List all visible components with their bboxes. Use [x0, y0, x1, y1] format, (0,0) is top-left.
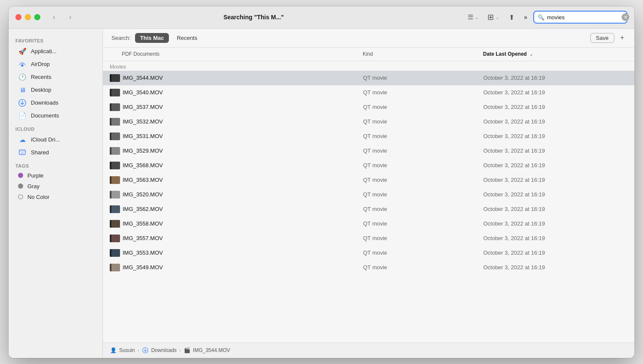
- file-thumbnail: [110, 176, 120, 184]
- svg-rect-17: [110, 176, 111, 184]
- file-date: October 3, 2022 at 16:19: [483, 250, 628, 256]
- table-row[interactable]: IMG_3568.MOVQT movieOctober 3, 2022 at 1…: [103, 158, 634, 173]
- recents-scope-button[interactable]: Recents: [173, 33, 201, 43]
- sidebar-item-label: Desktop: [31, 87, 51, 93]
- file-thumbnail: [110, 118, 120, 126]
- grid-view-button[interactable]: ⊞ ⌄: [485, 11, 502, 24]
- file-date: October 3, 2022 at 16:19: [483, 118, 628, 125]
- file-date: October 3, 2022 at 16:19: [483, 264, 628, 271]
- table-row[interactable]: IMG_3531.MOVQT movieOctober 3, 2022 at 1…: [103, 129, 634, 144]
- table-row[interactable]: IMG_3549.MOVQT movieOctober 3, 2022 at 1…: [103, 260, 634, 275]
- sidebar-item-label: iCloud Dri...: [31, 136, 60, 143]
- date-sort-chevron-icon: ⌄: [529, 52, 533, 57]
- file-thumbnail: [110, 264, 120, 271]
- window-title: Searching "This M...": [46, 14, 461, 21]
- name-column-header[interactable]: PDF Documents: [110, 51, 363, 57]
- file-thumbnail: [110, 220, 120, 228]
- sidebar-item-icloud-drive[interactable]: ☁ iCloud Dri...: [11, 133, 100, 146]
- sidebar: Favorites 🚀 Applicati... AirDrop 🕐 Recen…: [9, 29, 103, 358]
- more-button[interactable]: »: [521, 12, 530, 22]
- sidebar-item-recents[interactable]: 🕐 Recents: [11, 71, 100, 84]
- table-row[interactable]: IMG_3544.MOVQT movieOctober 3, 2022 at 1…: [103, 71, 634, 85]
- sidebar-item-label: AirDrop: [31, 61, 50, 67]
- search-clear-button[interactable]: ✕: [622, 13, 629, 21]
- purple-tag-dot: [18, 173, 23, 178]
- table-row[interactable]: IMG_3563.MOVQT movieOctober 3, 2022 at 1…: [103, 173, 634, 187]
- file-kind: QT movie: [363, 162, 483, 168]
- table-row[interactable]: IMG_3553.MOVQT movieOctober 3, 2022 at 1…: [103, 246, 634, 260]
- file-date: October 3, 2022 at 16:19: [483, 162, 628, 168]
- table-row[interactable]: IMG_3562.MOVQT movieOctober 3, 2022 at 1…: [103, 202, 634, 217]
- svg-rect-21: [110, 205, 111, 213]
- close-button[interactable]: [15, 14, 21, 20]
- svg-rect-29: [110, 264, 111, 271]
- sidebar-item-label: Applicati...: [31, 48, 57, 54]
- sidebar-item-label: Recents: [31, 74, 51, 80]
- file-date: October 3, 2022 at 16:19: [483, 133, 628, 139]
- recents-icon: 🕐: [18, 73, 27, 81]
- maximize-button[interactable]: [34, 14, 40, 20]
- sidebar-item-label: Purple: [27, 172, 44, 179]
- table-row[interactable]: IMG_3557.MOVQT movieOctober 3, 2022 at 1…: [103, 231, 634, 246]
- table-row[interactable]: IMG_3520.MOVQT movieOctober 3, 2022 at 1…: [103, 187, 634, 202]
- file-date: October 3, 2022 at 16:19: [483, 177, 628, 183]
- file-date: October 3, 2022 at 16:19: [483, 104, 628, 110]
- svg-rect-28: [112, 249, 114, 257]
- add-filter-button[interactable]: +: [619, 33, 626, 42]
- sidebar-item-label: Gray: [27, 183, 39, 190]
- svg-rect-5: [110, 89, 111, 96]
- file-breadcrumb-icon: 🎬: [183, 347, 190, 354]
- breadcrumb-user[interactable]: Susuin: [119, 347, 135, 353]
- this-mac-scope-button[interactable]: This Mac: [135, 33, 169, 43]
- breadcrumb-file[interactable]: IMG_3544.MOV: [193, 347, 230, 353]
- svg-rect-18: [112, 176, 114, 184]
- grid-chevron-icon: ⌄: [496, 15, 499, 20]
- file-kind: QT movie: [363, 133, 483, 139]
- search-input[interactable]: [547, 14, 619, 21]
- svg-rect-23: [110, 220, 111, 228]
- table-row[interactable]: IMG_3558.MOVQT movieOctober 3, 2022 at 1…: [103, 217, 634, 231]
- breadcrumb-sep-2: ›: [179, 347, 181, 353]
- file-name: IMG_3529.MOV: [123, 147, 363, 154]
- breadcrumb-folder[interactable]: Downloads: [151, 347, 177, 353]
- file-thumbnail: [110, 147, 120, 155]
- sidebar-item-tag-gray[interactable]: Gray: [11, 181, 100, 192]
- date-column-header[interactable]: Date Last Opened ⌄: [483, 51, 628, 57]
- svg-rect-11: [110, 132, 111, 140]
- share-button[interactable]: ⬆: [505, 12, 518, 23]
- sidebar-item-downloads[interactable]: Downloads: [11, 96, 100, 109]
- table-row[interactable]: IMG_3540.MOVQT movieOctober 3, 2022 at 1…: [103, 85, 634, 100]
- table-row[interactable]: IMG_3529.MOVQT movieOctober 3, 2022 at 1…: [103, 144, 634, 158]
- file-name: IMG_3532.MOV: [123, 118, 363, 125]
- file-name: IMG_3557.MOV: [123, 235, 363, 241]
- file-kind: QT movie: [363, 118, 483, 125]
- file-date: October 3, 2022 at 16:19: [483, 220, 628, 227]
- sidebar-item-tag-purple[interactable]: Purple: [11, 170, 100, 181]
- file-date: October 3, 2022 at 16:19: [483, 75, 628, 81]
- sidebar-item-label: Downloads: [31, 99, 58, 106]
- sidebar-item-label: No Color: [27, 194, 49, 200]
- sidebar-item-airdrop[interactable]: AirDrop: [11, 58, 100, 71]
- save-search-button[interactable]: Save: [590, 33, 614, 43]
- table-row[interactable]: IMG_3537.MOVQT movieOctober 3, 2022 at 1…: [103, 100, 634, 114]
- table-row[interactable]: IMG_3532.MOVQT movieOctober 3, 2022 at 1…: [103, 114, 634, 129]
- sidebar-item-desktop[interactable]: 🖥 Desktop: [11, 84, 100, 96]
- svg-rect-19: [110, 191, 111, 199]
- list-view-button[interactable]: ☰ ⌄: [465, 12, 481, 23]
- search-box: 🔍 ✕: [533, 11, 628, 24]
- file-date: October 3, 2022 at 16:19: [483, 206, 628, 212]
- sidebar-item-tag-no-color[interactable]: No Color: [11, 192, 100, 202]
- desktop-icon: 🖥: [18, 86, 27, 94]
- sidebar-item-applications[interactable]: 🚀 Applicati...: [11, 45, 100, 58]
- file-kind: QT movie: [363, 191, 483, 198]
- sidebar-item-shared[interactable]: Shared: [11, 146, 100, 159]
- svg-rect-25: [110, 235, 111, 242]
- group-header: Movies: [103, 61, 634, 71]
- status-bar: 👤 Susuin › Downloads › 🎬 IMG_3544.MOV: [103, 343, 634, 358]
- kind-column-header[interactable]: Kind: [363, 51, 483, 57]
- minimize-button[interactable]: [25, 14, 31, 20]
- file-name: IMG_3544.MOV: [123, 75, 363, 81]
- file-list: Movies IMG_3544.MOVQT movieOctober 3, 20…: [103, 61, 634, 343]
- svg-rect-12: [112, 132, 114, 140]
- sidebar-item-documents[interactable]: 📄 Documents: [11, 109, 100, 122]
